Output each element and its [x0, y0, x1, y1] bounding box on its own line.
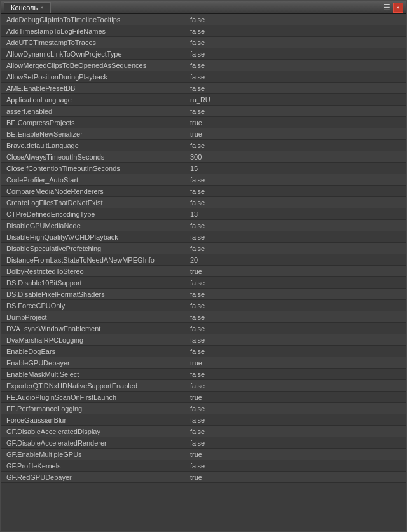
- row-key: EnableMaskMultiSelect: [1, 371, 186, 378]
- table-row[interactable]: DS.ForceCPUOnlyfalse: [1, 300, 406, 311]
- title-bar: Консоль × ☰ ×: [1, 1, 406, 14]
- row-value: false: [186, 176, 406, 184]
- row-key: DvaMarshalRPCLogging: [1, 336, 186, 344]
- table-row[interactable]: DisableSpeculativePrefetchingfalse: [1, 243, 406, 254]
- row-key: GF.DisableAcceleratedRenderer: [1, 439, 186, 447]
- row-key: BE.EnableNewSerializer: [1, 130, 186, 138]
- row-value: false: [186, 16, 406, 24]
- table-row[interactable]: CTPreDefinedEncodingType13: [1, 208, 406, 220]
- table-row[interactable]: AddUTCTimestampToTracesfalse: [1, 37, 406, 48]
- row-key: CTPreDefinedEncodingType: [1, 210, 186, 218]
- row-value: false: [186, 188, 406, 195]
- table-row[interactable]: DumpProjectfalse: [1, 311, 406, 323]
- table-row[interactable]: DS.DisablePixelFormatShadersfalse: [1, 289, 406, 300]
- row-value: false: [186, 233, 406, 241]
- row-value: false: [186, 85, 406, 92]
- table-row[interactable]: GF.RedGPUDebayertrue: [1, 472, 406, 483]
- tab-label: Консоль: [11, 4, 38, 11]
- row-value: false: [186, 439, 406, 447]
- table-row[interactable]: assert.enabledfalse: [1, 106, 406, 117]
- table-row[interactable]: EnableDogEarsfalse: [1, 346, 406, 357]
- table-row[interactable]: GF.DisableAcceleratedRendererfalse: [1, 437, 406, 449]
- row-key: DisableSpeculativePrefetching: [1, 245, 186, 252]
- row-value: false: [186, 199, 406, 207]
- row-key: assert.enabled: [1, 107, 186, 115]
- row-key: FE.AudioPluginScanOnFirstLaunch: [1, 393, 186, 401]
- table-row[interactable]: DvaMarshalRPCLoggingfalse: [1, 334, 406, 346]
- row-value: false: [186, 336, 406, 344]
- row-key: AllowDynamicLinkToOwnProjectType: [1, 50, 186, 58]
- table-row[interactable]: CodeProfiler_AutoStartfalse: [1, 174, 406, 186]
- table-row[interactable]: ForceGaussianBlurfalse: [1, 414, 406, 426]
- row-value: false: [186, 62, 406, 69]
- row-key: AddTimestampToLogFileNames: [1, 27, 186, 35]
- row-value: false: [186, 245, 406, 252]
- row-value: false: [186, 142, 406, 149]
- table-row[interactable]: FE.PerformanceLoggingfalse: [1, 403, 406, 414]
- row-value: false: [186, 39, 406, 46]
- table-row[interactable]: BE.CompressProjectstrue: [1, 117, 406, 128]
- table-row[interactable]: DistanceFromLastStateToNeedANewMPEGInfo2…: [1, 254, 406, 266]
- table-row[interactable]: ExporterQT.DNxHDNativeSupportEnabledfals…: [1, 380, 406, 392]
- row-key: EnableGPUDebayer: [1, 359, 186, 367]
- row-key: DolbyRestrictedToStereo: [1, 268, 186, 275]
- console-tab[interactable]: Консоль ×: [4, 2, 51, 13]
- row-key: FE.PerformanceLogging: [1, 405, 186, 413]
- row-value: false: [186, 382, 406, 390]
- table-row[interactable]: AllowMergedClipsToBeOpenedAsSequencesfal…: [1, 60, 406, 71]
- table-row[interactable]: CreateLogFilesThatDoNotExistfalse: [1, 197, 406, 208]
- table-row[interactable]: DisableGPUMediaNodefalse: [1, 220, 406, 231]
- table-row[interactable]: AllowDynamicLinkToOwnProjectTypefalse: [1, 48, 406, 60]
- row-value: false: [186, 222, 406, 229]
- row-key: DS.DisablePixelFormatShaders: [1, 290, 186, 298]
- table-row[interactable]: Bravo.defaultLanguagefalse: [1, 140, 406, 151]
- table-row[interactable]: DS.Disable10BitSupportfalse: [1, 277, 406, 289]
- tab-area: Консоль ×: [4, 2, 51, 13]
- row-value: false: [186, 279, 406, 287]
- row-key: AllowMergedClipsToBeOpenedAsSequences: [1, 62, 186, 69]
- table-row[interactable]: CloseIfContentionTimeoutInSeconds15: [1, 163, 406, 174]
- row-value: false: [186, 313, 406, 321]
- row-key: CloseIfContentionTimeoutInSeconds: [1, 165, 186, 172]
- table-row[interactable]: DisableHighQualityAVCHDPlaybackfalse: [1, 231, 406, 243]
- table-row[interactable]: ApplicationLanguageru_RU: [1, 94, 406, 106]
- table-row[interactable]: FE.AudioPluginScanOnFirstLaunchtrue: [1, 392, 406, 403]
- row-value: true: [186, 268, 406, 275]
- table-row[interactable]: EnableMaskMultiSelectfalse: [1, 369, 406, 380]
- row-value: false: [186, 107, 406, 115]
- row-value: false: [186, 405, 406, 413]
- row-key: GF.ProfileKernels: [1, 462, 186, 470]
- table-row[interactable]: GF.DisableAcceleratedDisplayfalse: [1, 426, 406, 437]
- row-key: DistanceFromLastStateToNeedANewMPEGInfo: [1, 256, 186, 264]
- table-row[interactable]: AddDebugClipInfoToTimelineTooltipsfalse: [1, 14, 406, 25]
- row-value: false: [186, 50, 406, 58]
- table-row[interactable]: EnableGPUDebayertrue: [1, 357, 406, 369]
- data-table[interactable]: AddDebugClipInfoToTimelineTooltipsfalseA…: [1, 14, 406, 531]
- row-value: false: [186, 73, 406, 81]
- row-key: DisableHighQualityAVCHDPlayback: [1, 233, 186, 241]
- table-row[interactable]: AME.EnablePresetDBfalse: [1, 83, 406, 94]
- table-row[interactable]: CompareMediaNodeRenderersfalse: [1, 186, 406, 197]
- table-row[interactable]: DolbyRestrictedToStereotrue: [1, 266, 406, 277]
- table-row[interactable]: AllowSetPositionDuringPlaybackfalse: [1, 71, 406, 83]
- tab-close-icon[interactable]: ×: [40, 4, 43, 11]
- table-row[interactable]: DVA_syncWindowEnablementfalse: [1, 323, 406, 334]
- close-button[interactable]: ×: [393, 3, 403, 13]
- row-key: CodeProfiler_AutoStart: [1, 176, 186, 184]
- row-value: 13: [186, 210, 406, 218]
- row-value: false: [186, 27, 406, 35]
- row-key: DS.Disable10BitSupport: [1, 279, 186, 287]
- row-key: DVA_syncWindowEnablement: [1, 325, 186, 332]
- table-row[interactable]: AddTimestampToLogFileNamesfalse: [1, 25, 406, 37]
- table-row[interactable]: CloseAlwaysTimeoutInSeconds300: [1, 151, 406, 163]
- row-value: true: [186, 119, 406, 126]
- table-row[interactable]: BE.EnableNewSerializertrue: [1, 128, 406, 140]
- table-row[interactable]: GF.EnableMultipleGPUstrue: [1, 449, 406, 460]
- row-key: EnableDogEars: [1, 348, 186, 355]
- row-key: CloseAlwaysTimeoutInSeconds: [1, 153, 186, 161]
- row-value: false: [186, 325, 406, 332]
- row-value: false: [186, 302, 406, 310]
- row-value: true: [186, 130, 406, 138]
- table-row[interactable]: GF.ProfileKernelsfalse: [1, 460, 406, 472]
- menu-icon[interactable]: ☰: [383, 3, 390, 12]
